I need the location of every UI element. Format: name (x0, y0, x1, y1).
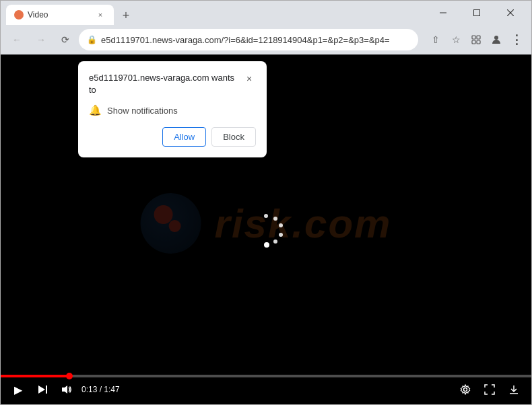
new-tab-button[interactable]: + (117, 6, 135, 25)
tab-strip: Video × + (6, 1, 428, 25)
permission-dialog: e5d1119701.news-varaga.com wants to × 🔔 … (78, 61, 267, 157)
dialog-notification-text: Show notifications (107, 106, 178, 116)
fullscreen-button[interactable] (480, 380, 499, 399)
spinner-dot-5 (273, 240, 277, 244)
bookmark-button[interactable]: ☆ (446, 30, 465, 49)
allow-button[interactable]: Allow (162, 127, 206, 147)
share-button[interactable]: ⇧ (426, 30, 445, 49)
title-bar: Video × + (1, 1, 531, 25)
dialog-close-button[interactable]: × (242, 72, 256, 85)
progress-bar[interactable] (1, 375, 531, 377)
play-button[interactable]: ▶ (9, 380, 28, 399)
spinner-dot-1 (264, 214, 268, 218)
close-button[interactable] (495, 3, 526, 23)
content-area: risk.com ▶ (1, 54, 531, 404)
svg-marker-11 (62, 385, 67, 394)
tab-favicon (14, 10, 24, 20)
spinner-dot-4 (279, 233, 283, 237)
watermark-logo (141, 193, 201, 254)
lock-icon: 🔒 (87, 35, 97, 44)
profile-button[interactable] (487, 30, 506, 49)
chrome-window: Video × + ← → ⟳ 🔒 e5d1119701.news-varaga… (0, 0, 532, 405)
back-button[interactable]: ← (6, 29, 28, 50)
bell-icon: 🔔 (89, 104, 102, 116)
skip-next-button[interactable] (33, 380, 52, 399)
download-button[interactable] (504, 380, 523, 399)
spinner-dot-3 (279, 223, 283, 227)
tab-close-button[interactable]: × (95, 9, 106, 20)
chrome-menu-button[interactable]: ⋮ (507, 30, 526, 49)
spinner-dot-6 (264, 242, 269, 248)
address-field[interactable]: 🔒 e5d1119701.news-varaga.com/?i=6&id=121… (79, 29, 418, 50)
maximize-button[interactable] (461, 3, 492, 23)
watermark-text: risk.com (215, 200, 392, 247)
svg-rect-5 (477, 36, 480, 39)
dialog-header: e5d1119701.news-varaga.com wants to × (89, 72, 256, 96)
address-bar: ← → ⟳ 🔒 e5d1119701.news-varaga.com/?i=6&… (1, 25, 531, 54)
loading-spinner (249, 213, 283, 246)
tab-title: Video (28, 10, 91, 20)
settings-button[interactable] (456, 380, 475, 399)
reload-button[interactable]: ⟳ (55, 29, 76, 50)
dialog-notification-item: 🔔 Show notifications (89, 104, 256, 116)
extension-button[interactable] (467, 30, 486, 49)
volume-button[interactable] (57, 380, 76, 399)
spinner-dots (249, 213, 283, 246)
address-actions: ⇧ ☆ ⋮ (426, 30, 526, 49)
svg-point-8 (494, 36, 498, 40)
controls-right (456, 380, 523, 399)
forward-button[interactable]: → (30, 29, 52, 50)
dialog-buttons: Allow Block (89, 127, 256, 147)
window-controls (428, 3, 526, 23)
svg-rect-0 (440, 13, 446, 13)
video-controls: ▶ 0:13 / 1:47 (1, 375, 531, 404)
spinner-dot-2 (273, 217, 277, 221)
progress-fill (1, 375, 69, 377)
dialog-title: e5d1119701.news-varaga.com wants to (89, 72, 242, 96)
active-tab[interactable]: Video × (6, 5, 114, 25)
svg-rect-6 (472, 40, 475, 44)
minimize-button[interactable] (428, 3, 459, 23)
svg-rect-7 (477, 40, 480, 44)
url-text: e5d1119701.news-varaga.com/?i=6&id=12189… (101, 35, 410, 45)
block-button[interactable]: Block (211, 127, 256, 147)
svg-rect-1 (474, 10, 480, 16)
svg-rect-10 (46, 385, 47, 394)
svg-rect-4 (472, 36, 475, 39)
svg-marker-9 (38, 385, 45, 394)
time-display: 0:13 / 1:47 (81, 385, 120, 394)
svg-point-12 (464, 388, 467, 392)
